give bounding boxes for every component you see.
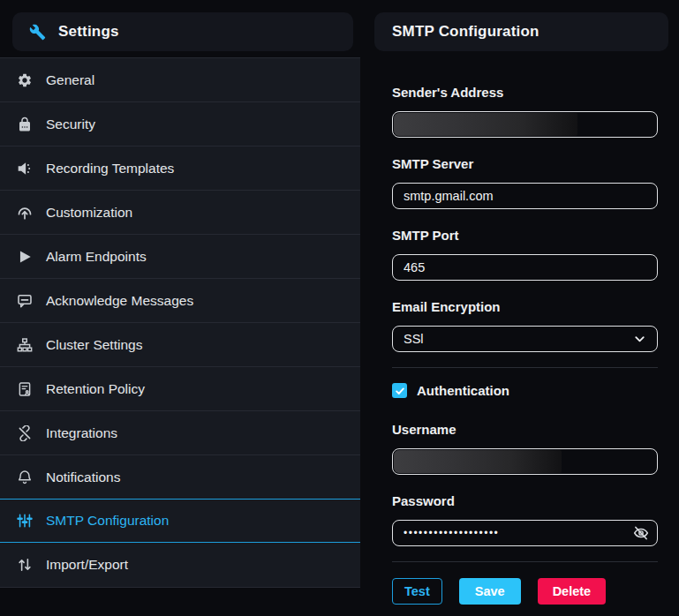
sidebar-item-label: Cluster Settings	[46, 337, 142, 353]
checkmark-icon	[395, 386, 405, 396]
wrench-icon	[29, 24, 46, 41]
authentication-checkbox[interactable]	[392, 383, 407, 398]
sidebar-item-acknowledge-messages[interactable]: Acknowledge Messages	[0, 278, 360, 322]
sidebar-item-recording-templates[interactable]: Recording Templates	[0, 146, 360, 190]
arrows-icon	[17, 557, 33, 573]
smtp-form: Sender's Address SMTP Server SMTP Port	[364, 51, 679, 605]
lock-icon	[17, 116, 33, 132]
sidebar-item-label: Recording Templates	[46, 161, 174, 177]
cluster-icon	[17, 337, 33, 353]
settings-sidebar: Settings GeneralSecurityRecording Templa…	[0, 0, 360, 616]
smtp-port-field: SMTP Port	[392, 228, 658, 281]
username-label: Username	[392, 422, 658, 437]
email-encryption-label: Email Encryption	[392, 299, 658, 314]
settings-page: Settings GeneralSecurityRecording Templa…	[0, 0, 679, 616]
smtp-server-label: SMTP Server	[392, 156, 658, 171]
sidebar-item-general[interactable]: General	[0, 57, 360, 101]
settings-nav: GeneralSecurityRecording TemplatesCustom…	[0, 57, 360, 588]
message-icon	[17, 293, 33, 309]
gear-icon	[17, 72, 33, 88]
eye-off-icon	[633, 525, 649, 541]
sidebar-item-label: Integrations	[46, 425, 117, 441]
email-encryption-select[interactable]: SSl	[392, 326, 658, 352]
sidebar-item-smtp-configuration[interactable]: SMTP Configuration	[0, 499, 360, 543]
password-input[interactable]	[392, 520, 658, 546]
sidebar-title: Settings	[58, 23, 119, 41]
upload-icon	[17, 205, 33, 221]
sidebar-item-cluster-settings[interactable]: Cluster Settings	[0, 322, 360, 366]
sender-address-field: Sender's Address	[392, 85, 658, 138]
panel-header: SMTP Configuration	[374, 12, 668, 51]
smtp-server-field: SMTP Server	[392, 156, 658, 209]
redacted-value	[394, 450, 562, 473]
authentication-label: Authentication	[417, 383, 509, 398]
panel-title: SMTP Configuration	[392, 23, 539, 41]
sidebar-item-integrations[interactable]: Integrations	[0, 410, 360, 454]
bell-icon	[17, 470, 33, 485]
authentication-row: Authentication	[392, 383, 658, 398]
sidebar-item-label: Notifications	[46, 470, 120, 485]
sidebar-item-customization[interactable]: Customization	[0, 190, 360, 234]
toggle-password-visibility-button[interactable]	[632, 524, 650, 542]
sidebar-item-label: Customization	[46, 205, 132, 221]
smtp-port-label: SMTP Port	[392, 228, 658, 243]
document-icon	[17, 381, 33, 397]
sidebar-item-alarm-endpoints[interactable]: Alarm Endpoints	[0, 234, 360, 278]
sidebar-item-label: Security	[46, 116, 95, 132]
delete-button[interactable]: Delete	[538, 578, 607, 605]
section-divider	[392, 367, 658, 368]
sidebar-item-label: General	[46, 72, 94, 88]
smtp-panel: SMTP Configuration Sender's Address SMTP…	[364, 0, 679, 616]
sidebar-item-retention-policy[interactable]: Retention Policy	[0, 366, 360, 410]
chevron-down-icon	[633, 333, 646, 346]
username-field: Username	[392, 422, 658, 475]
unlink-icon	[17, 425, 33, 441]
redacted-value	[394, 113, 577, 136]
test-button[interactable]: Test	[392, 578, 442, 605]
sidebar-item-label: Retention Policy	[46, 381, 145, 397]
sidebar-header: Settings	[12, 12, 353, 51]
action-buttons: Test Save Delete	[392, 562, 658, 605]
sidebar-item-label: SMTP Configuration	[46, 513, 169, 529]
sidebar-item-label: Alarm Endpoints	[46, 249, 147, 265]
play-icon	[17, 249, 33, 265]
smtp-port-input[interactable]	[392, 254, 658, 281]
sidebar-item-label: Import/Export	[46, 557, 128, 573]
save-button[interactable]: Save	[459, 578, 521, 605]
sidebar-item-label: Acknowledge Messages	[46, 293, 193, 309]
smtp-server-input[interactable]	[392, 183, 658, 209]
password-field: Password	[392, 493, 658, 546]
sidebar-item-notifications[interactable]: Notifications	[0, 454, 360, 499]
sliders-icon	[17, 513, 33, 529]
sidebar-item-security[interactable]: Security	[0, 101, 360, 146]
email-encryption-field: Email Encryption SSl	[392, 299, 658, 352]
sender-address-label: Sender's Address	[392, 85, 658, 100]
sidebar-item-import-export[interactable]: Import/Export	[0, 543, 360, 587]
password-label: Password	[392, 493, 658, 508]
speaker-icon	[17, 161, 33, 177]
email-encryption-value: SSl	[404, 332, 424, 346]
